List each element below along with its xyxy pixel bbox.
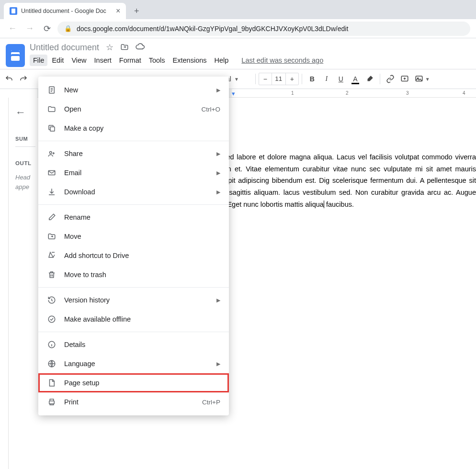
menu-download[interactable]: Download ▶: [38, 182, 229, 201]
lock-icon: 🔒: [64, 25, 72, 32]
trash-icon: [47, 270, 57, 279]
menu-view[interactable]: View: [68, 55, 90, 66]
undo-button[interactable]: [2, 72, 16, 86]
text-color-button[interactable]: A: [348, 72, 363, 86]
ruler-tick: 1: [291, 90, 294, 96]
menu-separator: [38, 332, 229, 332]
svg-point-5: [50, 152, 52, 154]
download-icon: [47, 187, 57, 197]
insert-image-button[interactable]: [412, 72, 426, 86]
doc-title[interactable]: Untitled document: [30, 43, 99, 53]
sidebar-back-icon[interactable]: ←: [15, 106, 35, 119]
shortcut-label: Ctrl+O: [202, 106, 220, 113]
menu-version-history[interactable]: Version history ▶: [38, 290, 229, 310]
offline-icon: [47, 314, 57, 324]
svg-point-7: [48, 316, 55, 323]
summary-label: SUM: [15, 136, 35, 142]
menu-file[interactable]: File: [30, 55, 47, 66]
menu-open[interactable]: Open Ctrl+O: [38, 100, 229, 119]
file-menu-dropdown: New ▶ Open Ctrl+O Make a copy Share ▶ Em…: [38, 77, 229, 415]
menu-new[interactable]: New ▶: [38, 80, 229, 100]
menu-insert[interactable]: Insert: [91, 55, 115, 66]
redo-button[interactable]: [16, 72, 31, 86]
forward-button[interactable]: →: [23, 22, 36, 35]
print-icon: [47, 397, 57, 407]
svg-rect-4: [50, 127, 55, 131]
menu-page-setup[interactable]: Page setup: [38, 373, 229, 392]
menu-separator: [38, 141, 229, 141]
drive-shortcut-icon: [47, 251, 57, 260]
outline-sidebar: ← SUM OUTL Headappe: [9, 98, 37, 469]
menu-trash[interactable]: Move to trash: [38, 265, 229, 284]
docs-favicon: [10, 7, 17, 15]
back-button[interactable]: ←: [6, 22, 19, 35]
menu-offline[interactable]: Make available offline: [38, 310, 229, 329]
submenu-arrow-icon: ▶: [216, 297, 220, 303]
insert-link-button[interactable]: [383, 72, 397, 86]
indent-marker-icon[interactable]: ▾: [232, 90, 235, 97]
browser-tab[interactable]: Untitled document - Google Doc ×: [4, 3, 126, 19]
ruler-tick: 2: [346, 90, 349, 96]
last-edit-link[interactable]: Last edit was seconds ago: [241, 56, 323, 64]
menu-make-copy[interactable]: Make a copy: [38, 119, 229, 138]
ruler-tick: 3: [406, 90, 409, 96]
menu-separator: [38, 287, 229, 288]
separator: [255, 74, 256, 84]
menu-share[interactable]: Share ▶: [38, 144, 229, 163]
globe-icon: [47, 359, 57, 368]
menu-tools[interactable]: Tools: [146, 55, 169, 66]
italic-button[interactable]: I: [319, 72, 334, 86]
menu-email[interactable]: Email ▶: [38, 163, 229, 182]
vertical-ruler[interactable]: [0, 98, 9, 469]
copy-icon: [47, 123, 57, 133]
share-icon: [47, 149, 57, 158]
url-text: docs.google.com/document/d/1wANQkil-GzgY…: [77, 25, 348, 33]
menu-separator: [38, 204, 229, 205]
ruler-tick: 4: [463, 90, 465, 96]
separator: [380, 74, 380, 84]
submenu-arrow-icon: ▶: [216, 361, 220, 367]
add-comment-button[interactable]: [397, 72, 412, 86]
svg-rect-10: [49, 401, 55, 404]
menu-print[interactable]: Print Ctrl+P: [38, 392, 229, 412]
font-dropdown-caret[interactable]: ▼: [234, 77, 239, 82]
history-icon: [47, 295, 57, 305]
info-icon: [47, 340, 57, 349]
tab-title: Untitled document - Google Doc: [21, 8, 106, 14]
menu-rename[interactable]: Rename: [38, 208, 229, 227]
submenu-arrow-icon: ▶: [216, 87, 220, 93]
new-tab-button[interactable]: +: [130, 4, 143, 18]
highlight-button[interactable]: [363, 72, 377, 86]
menu-extensions[interactable]: Extensions: [170, 55, 210, 66]
image-dropdown-caret[interactable]: ▼: [425, 77, 430, 82]
menu-details[interactable]: Details: [38, 335, 229, 354]
menu-edit[interactable]: Edit: [48, 55, 67, 66]
move-to-folder-icon[interactable]: [120, 43, 129, 52]
menu-language[interactable]: Language ▶: [38, 354, 229, 373]
docs-app-icon[interactable]: [6, 44, 25, 67]
docs-header: Untitled document ☆ File Edit View Inser…: [0, 38, 476, 67]
menu-help[interactable]: Help: [211, 55, 232, 66]
rename-icon: [47, 212, 57, 222]
outline-label: OUTL: [15, 160, 35, 166]
font-size-value[interactable]: 11: [272, 73, 286, 85]
menu-add-shortcut[interactable]: Add shortcut to Drive: [38, 246, 229, 265]
close-tab-icon[interactable]: ×: [110, 7, 120, 15]
cloud-status-icon[interactable]: [136, 43, 145, 52]
separator: [302, 74, 302, 84]
browser-tab-strip: Untitled document - Google Doc × +: [0, 0, 476, 19]
menu-format[interactable]: Format: [116, 55, 145, 66]
decrease-font-button[interactable]: −: [259, 73, 272, 85]
underline-button[interactable]: U: [334, 72, 348, 86]
submenu-arrow-icon: ▶: [216, 189, 220, 195]
menu-move[interactable]: Move: [38, 227, 229, 246]
url-field[interactable]: 🔒 docs.google.com/document/d/1wANQkil-Gz…: [57, 22, 470, 36]
submenu-arrow-icon: ▶: [216, 170, 220, 176]
document-icon: [47, 85, 57, 95]
outline-hint: Headappe: [15, 173, 35, 191]
reload-button[interactable]: ⟳: [40, 22, 54, 35]
increase-font-button[interactable]: +: [286, 73, 298, 85]
star-icon[interactable]: ☆: [106, 42, 113, 53]
menu-bar: File Edit View Insert Format Tools Exten…: [30, 55, 323, 66]
bold-button[interactable]: B: [305, 72, 319, 86]
